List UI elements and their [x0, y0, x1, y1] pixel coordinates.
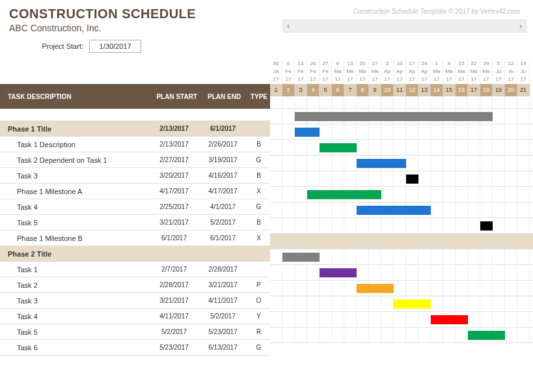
date-cell: 5Ju17 — [493, 59, 505, 84]
task-label: Task 1 Description — [0, 141, 150, 148]
date-cell: 17Ap17 — [406, 59, 418, 84]
table-row[interactable]: Task 33/21/20174/11/2017O — [0, 293, 270, 309]
scroll-left-icon[interactable]: ‹ — [287, 21, 290, 31]
col-plan-start: PLAN START — [153, 93, 200, 100]
table-row[interactable]: Phase 2 Title — [0, 246, 270, 262]
plan-end: 5/2/2017 — [198, 313, 247, 320]
date-cell: 8Ma17 — [443, 59, 456, 84]
gantt-row — [270, 203, 533, 218]
task-label: Task 2 — [0, 281, 150, 289]
week-cell: 8 — [357, 84, 369, 96]
task-type: R — [247, 328, 270, 335]
plan-start: 4/11/2017 — [150, 313, 198, 320]
task-type: B — [247, 172, 270, 179]
plan-start: 2/13/2017 — [150, 125, 198, 132]
table-row[interactable]: Phase 1 Milestone A4/17/20174/17/2017X — [0, 184, 270, 199]
table-row[interactable]: Task 1 Description2/13/20172/26/2017B — [0, 137, 270, 152]
plan-end: 3/21/2017 — [198, 281, 247, 288]
table-row[interactable]: Task 12/7/20172/28/2017 — [0, 262, 270, 277]
task-label: Task 4 — [0, 203, 150, 211]
date-cell: 13Fe17 — [295, 59, 307, 84]
week-cell: 5 — [320, 84, 332, 96]
week-cell: 12 — [406, 84, 418, 96]
table-row[interactable]: Task 22/28/20173/21/2017P — [0, 277, 270, 293]
date-cell: 6Fe17 — [282, 59, 295, 84]
table-row[interactable]: Task 33/20/20174/16/2017B — [0, 168, 270, 184]
task-type: O — [247, 297, 270, 304]
task-type: B — [247, 141, 270, 148]
plan-end: 3/19/2017 — [198, 156, 247, 163]
table-row[interactable]: Task 53/21/20175/2/2017B — [0, 215, 270, 231]
gantt-bar — [406, 175, 418, 184]
week-cell: 6 — [332, 84, 344, 96]
date-cell: 19Ju17 — [517, 59, 530, 84]
gantt-bar — [357, 159, 406, 168]
plan-start: 5/23/2017 — [150, 344, 198, 351]
task-type: B — [247, 219, 270, 226]
date-cell: 3Ap17 — [381, 59, 394, 84]
date-cell: 10Ap17 — [394, 59, 406, 84]
table-row[interactable]: Task 65/23/20176/13/2017G — [0, 340, 270, 356]
gantt-row — [270, 124, 533, 140]
week-cell: 16 — [456, 84, 468, 96]
week-cell: 9 — [369, 84, 381, 96]
plan-start: 4/17/2017 — [150, 188, 198, 195]
week-cell: 10 — [381, 84, 394, 96]
date-header: 30Ja176Fe1713Fe1720Fe1727Fe176Ma1713Ma17… — [270, 59, 533, 84]
task-type: P — [247, 281, 270, 288]
date-cell: 1Ma17 — [431, 59, 443, 84]
plan-end: 4/17/2017 — [198, 188, 247, 195]
task-label: Task 1 — [0, 266, 150, 273]
task-label: Task 4 — [0, 313, 150, 320]
scroll-right-icon[interactable]: › — [519, 21, 522, 31]
plan-start: 2/25/2017 — [150, 203, 198, 210]
task-type: G — [247, 156, 270, 163]
task-label: Phase 1 Title — [0, 125, 150, 133]
plan-end: 2/28/2017 — [198, 266, 247, 273]
gantt-bar — [357, 206, 431, 215]
plan-start: 5/2/2017 — [150, 328, 198, 335]
gantt-row — [270, 234, 533, 249]
plan-end: 5/23/2017 — [198, 328, 247, 335]
task-label: Phase 2 Title — [0, 250, 150, 258]
table-row[interactable]: Phase 1 Milestone B6/1/20176/1/2017X — [0, 231, 270, 246]
table-row[interactable]: Task 55/2/20175/23/2017R — [0, 324, 270, 340]
gantt-row — [270, 328, 533, 343]
plan-end: 6/1/2017 — [198, 234, 247, 242]
table-row[interactable]: Task 42/25/20174/1/2017G — [0, 199, 270, 215]
timeline-scrollbar[interactable]: ‹ › — [282, 20, 526, 33]
week-cell: 21 — [517, 84, 530, 96]
plan-start: 2/13/2017 — [150, 141, 198, 148]
task-type: G — [247, 203, 270, 210]
column-header-row: TASK DESCRIPTION PLAN START PLAN END TYP… — [0, 84, 270, 109]
week-cell: 13 — [418, 84, 431, 96]
table-row[interactable]: Task 44/11/20175/2/2017Y — [0, 309, 270, 324]
gantt-row — [270, 109, 533, 124]
task-label: Task 5 — [0, 328, 150, 336]
task-type: X — [247, 188, 270, 195]
gantt-bar — [282, 253, 320, 262]
week-cell: 3 — [295, 84, 307, 96]
task-label: Phase 1 Milestone A — [0, 188, 150, 195]
gantt-bar — [480, 221, 493, 231]
col-plan-end: PLAN END — [200, 93, 248, 100]
gantt-bar — [295, 128, 320, 137]
date-cell: 22Ma17 — [468, 59, 480, 84]
week-cell: 1 — [270, 84, 282, 96]
week-cell: 14 — [431, 84, 443, 96]
gantt-bar — [320, 143, 357, 152]
table-row[interactable]: Phase 1 Title2/13/20176/1/2017 — [0, 121, 270, 137]
gantt-bar — [431, 315, 468, 324]
gantt-bar — [357, 284, 394, 293]
date-cell: 29Ma17 — [480, 59, 493, 84]
week-cell: 19 — [493, 84, 505, 96]
week-cell: 2 — [282, 84, 295, 96]
table-row[interactable]: Task 2 Dependent on Task 12/27/20173/19/… — [0, 152, 270, 168]
week-cell: 7 — [344, 84, 357, 96]
date-cell: 15Ma17 — [456, 59, 468, 84]
project-start-label: Project Start: — [9, 42, 87, 50]
project-start-input[interactable]: 1/30/2017 — [89, 40, 141, 53]
template-credit: Construction Schedule Template © 2017 by… — [353, 8, 520, 15]
task-type: Y — [247, 313, 270, 320]
col-task-description: TASK DESCRIPTION — [8, 93, 153, 100]
